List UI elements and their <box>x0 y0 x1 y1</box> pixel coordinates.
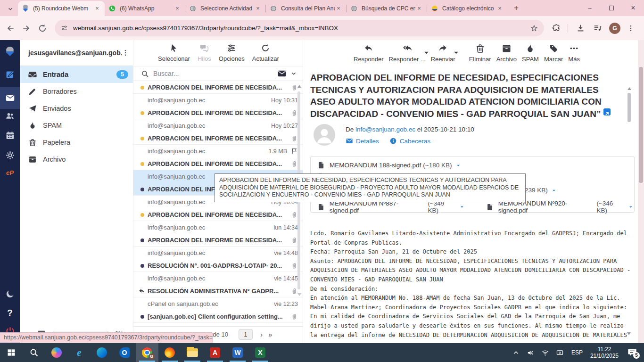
dark-mode-icon[interactable] <box>0 289 20 299</box>
archivo-button[interactable]: Archivo <box>495 41 518 65</box>
page-scroll-thumb[interactable] <box>639 67 643 183</box>
new-tab-button[interactable]: + <box>510 2 522 15</box>
message-list-row[interactable]: cPanel on sanjuan.gob.ecvie 12:23[sanjua… <box>133 297 303 323</box>
search-options-chevron-icon[interactable] <box>290 70 297 77</box>
close-button[interactable]: × <box>622 0 644 16</box>
folder-item-entrada[interactable]: Entrada5 <box>20 66 133 83</box>
scroll-down-icon[interactable] <box>297 293 301 296</box>
opciones-button[interactable]: Opciones <box>218 41 246 64</box>
marcar-button[interactable]: Marcar <box>543 41 564 65</box>
address-bar[interactable]: webmail.sanjuan.gob.ec/cpsess9740179367/… <box>55 20 544 36</box>
taskbar-outlook-button[interactable]: O <box>113 343 136 362</box>
message-list-row[interactable]: info@sanjuan.gob.ecvie 14:48RESOLUCIÓN N… <box>133 247 303 272</box>
reload-button[interactable] <box>38 24 47 33</box>
taskbar-clock[interactable]: 11:22 21/10/2025 <box>590 346 619 359</box>
attachment-item[interactable]: MEMORANDUM Nº887-signed.pdf (~349 KB) <box>317 200 465 214</box>
scroll-up-icon[interactable] <box>627 87 631 90</box>
tab-close-icon[interactable]: × <box>335 5 342 12</box>
tab-close-icon[interactable]: × <box>496 5 504 12</box>
details-link[interactable]: Detalles <box>356 138 379 145</box>
connect-display-icon[interactable] <box>556 349 564 357</box>
extensions-icon[interactable] <box>552 24 561 33</box>
contacts-nav-icon[interactable] <box>0 111 20 121</box>
taskbar-acrobat-button[interactable]: A <box>204 343 226 362</box>
maximize-button[interactable] <box>601 0 622 16</box>
minimize-button[interactable]: – <box>579 0 601 16</box>
open-in-new-window-icon[interactable] <box>603 108 611 115</box>
spam-button[interactable]: SPAM <box>521 41 540 65</box>
mail-nav-icon[interactable] <box>0 93 20 103</box>
taskbar-explorer-button[interactable] <box>181 343 204 362</box>
dropdown-caret-icon[interactable] <box>451 48 461 58</box>
attachment-menu-caret-icon[interactable] <box>455 162 462 169</box>
site-settings-icon[interactable] <box>60 24 68 32</box>
back-button[interactable] <box>6 24 15 33</box>
folder-item-papelera[interactable]: Papelera <box>20 134 133 151</box>
taskbar-word-button[interactable]: W <box>226 343 249 362</box>
message-list-row[interactable]: info@sanjuan.gob.ecHoy 10:31APROBACION D… <box>133 94 303 119</box>
cpanel-logo[interactable]: cP <box>0 169 20 176</box>
taskbar-ie-button[interactable]: e <box>68 343 91 362</box>
tray-chevron-up-icon[interactable] <box>512 349 520 357</box>
help-icon[interactable]: ? <box>0 308 20 318</box>
notifications-button[interactable]: 5 <box>627 347 637 358</box>
browser-tab[interactable]: Seleccione Actividad× <box>185 1 265 16</box>
folder-item-spam[interactable]: SPAM <box>20 117 133 134</box>
page-scrollbar[interactable] <box>638 40 644 343</box>
hilos-button[interactable]: Hilos <box>197 41 212 64</box>
scroll-up-icon[interactable] <box>297 85 301 88</box>
attachment-item[interactable]: MEMORANDUM Nº920-signed.pdf (~346 KB) <box>486 200 634 214</box>
search-scope-mail-icon[interactable] <box>277 69 287 78</box>
actualizar-button[interactable]: Actualizar <box>251 41 280 64</box>
page-number-input[interactable]: 1 <box>239 329 253 340</box>
keyboard-language[interactable]: ESP <box>571 349 583 356</box>
browser-tab[interactable]: Catálogo electrónico× <box>427 1 507 16</box>
browser-tab[interactable]: Búsqueda de CPC en× <box>347 1 427 16</box>
compose-button[interactable] <box>0 69 20 79</box>
taskbar-copilot-button[interactable] <box>45 343 68 362</box>
folder-item-enviados[interactable]: Enviados <box>20 100 133 117</box>
browser-tab[interactable]: Consulta del Plan Anu× <box>266 1 346 16</box>
taskbar-search-button[interactable] <box>23 343 45 362</box>
headers-link[interactable]: Cabeceras <box>400 138 430 145</box>
taskbar-excel-button[interactable]: X <box>249 343 272 362</box>
message-list-row[interactable]: info@sanjuan.gob.eclun 14:34APROBACION D… <box>133 221 303 247</box>
media-controls-icon[interactable] <box>593 24 602 33</box>
downloads-icon[interactable] <box>576 24 585 33</box>
message-list-row[interactable]: info@sanjuan.gob.ecHoy 10:27APROBACION D… <box>133 119 303 145</box>
tab-list-chevron-icon[interactable] <box>4 3 17 15</box>
attachment-item[interactable]: MEMORANDUM 188-signed.pdf (~180 KB) <box>317 161 462 170</box>
browser-menu-icon[interactable] <box>627 24 635 33</box>
calendar-nav-icon[interactable] <box>0 131 20 140</box>
eliminar-button[interactable]: Eliminar <box>468 41 492 65</box>
tab-close-icon[interactable]: × <box>93 5 101 12</box>
attachment-menu-caret-icon[interactable] <box>459 204 465 210</box>
taskbar-start-button[interactable] <box>0 343 23 362</box>
attachment-item[interactable]: 239 KB) <box>523 187 557 194</box>
message-list-row[interactable]: APROBACION DEL INFORME DE NECESIDA... <box>133 81 303 94</box>
attachment-menu-caret-icon[interactable] <box>627 204 634 210</box>
tab-close-icon[interactable]: × <box>415 5 423 12</box>
roundcube-logo[interactable] <box>0 47 20 57</box>
scroll-down-icon[interactable] <box>627 332 631 335</box>
más-button[interactable]: Más <box>567 41 581 65</box>
message-scroll-thumb[interactable] <box>627 93 631 122</box>
settings-nav-icon[interactable] <box>0 150 20 160</box>
bookmark-star-icon[interactable] <box>530 24 538 33</box>
message-scrollbar[interactable] <box>627 87 631 122</box>
attachment-menu-caret-icon[interactable] <box>551 187 557 194</box>
responder-button[interactable]: Responder <box>353 41 385 65</box>
account-menu-icon[interactable] <box>122 49 129 57</box>
forward-button[interactable] <box>22 24 31 33</box>
browser-tab[interactable]: (6) WhatsApp× <box>105 1 185 16</box>
volume-icon[interactable] <box>527 349 535 357</box>
message-list-row[interactable]: info@sanjuan.gob.ec1.9 MBAPROBACION DEL … <box>133 145 303 170</box>
folder-item-borradores[interactable]: Borradores <box>20 83 133 100</box>
folder-item-archivo[interactable]: Archivo <box>20 151 133 168</box>
last-page-button[interactable]: » <box>268 330 271 338</box>
seleccionar-button[interactable]: Seleccionar <box>157 41 191 64</box>
search-input[interactable] <box>153 70 277 77</box>
taskbar-firefox-button[interactable] <box>158 343 181 362</box>
next-page-button[interactable]: › <box>260 330 262 338</box>
taskbar-edge-button[interactable] <box>91 343 113 362</box>
